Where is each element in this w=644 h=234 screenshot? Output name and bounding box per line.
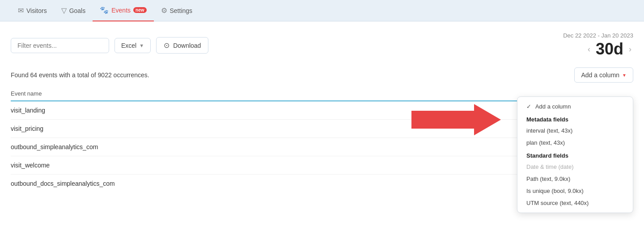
dropdown-plan-item[interactable]: plan (text, 43x) — [517, 137, 633, 149]
nav-events[interactable]: 🐾 Events new — [93, 0, 153, 21]
event-name: outbound_docs_simpleanalytics_com — [11, 180, 115, 187]
events-icon: 🐾 — [100, 6, 109, 14]
download-label: Download — [173, 42, 201, 49]
settings-icon: ⚙ — [161, 6, 167, 15]
checkmark-icon: ✓ — [526, 103, 531, 110]
visitors-icon: ✉ — [18, 6, 24, 15]
event-name: visit_welcome — [11, 162, 50, 169]
dropdown-interval-item[interactable]: interval (text, 43x) — [517, 125, 633, 137]
event-name: visit_landing — [11, 107, 45, 114]
dropdown-section-standard: Standard fields — [517, 149, 633, 161]
period-selector: ‹ 30d › — [563, 40, 633, 58]
excel-caret-icon: ▼ — [139, 43, 144, 48]
date-range-text: Dec 22 2022 - Jan 20 2023 — [563, 32, 633, 39]
download-icon: ⊙ — [164, 41, 169, 50]
goals-icon: ▽ — [61, 6, 67, 15]
filter-input[interactable] — [11, 38, 109, 53]
summary-text: Found 64 events with a total of 9022 occ… — [11, 71, 149, 79]
nav-goals[interactable]: ▽ Goals — [54, 0, 93, 21]
top-navigation: ✉ Visitors ▽ Goals 🐾 Events new ⚙ Settin… — [0, 0, 644, 21]
dropdown-section-metadata: Metadata fields — [517, 113, 633, 125]
dropdown-datetime-item: Date & time (date) — [517, 161, 633, 173]
add-column-dropdown: ✓ Add a column Metadata fields interval … — [517, 96, 633, 213]
main-content: Excel ▼ ⊙ Download Dec 22 2022 - Jan 20 … — [0, 21, 644, 234]
add-column-button[interactable]: Add a column ▼ — [574, 67, 633, 83]
dropdown-add-column-label: Add a column — [535, 103, 571, 110]
excel-button[interactable]: Excel ▼ — [114, 38, 151, 53]
interval-label: interval (text, 43x) — [526, 127, 572, 134]
nav-visitors-label: Visitors — [26, 7, 47, 14]
nav-events-label: Events — [111, 7, 131, 14]
add-column-caret-icon: ▼ — [622, 73, 627, 78]
standard-fields-label: Standard fields — [526, 152, 568, 159]
events-badge: new — [133, 7, 146, 13]
summary-row: Found 64 events with a total of 9022 occ… — [11, 67, 633, 83]
download-button[interactable]: ⊙ Download — [156, 37, 208, 54]
period-label: 30d — [596, 40, 623, 58]
period-next-button[interactable]: › — [627, 45, 633, 54]
event-name-column-header: Event name — [11, 90, 42, 97]
metadata-fields-label: Metadata fields — [526, 116, 568, 123]
dropdown-checked-item[interactable]: ✓ Add a column — [517, 100, 633, 113]
dropdown-path-item[interactable]: Path (text, 9.0kx) — [517, 173, 633, 185]
nav-settings[interactable]: ⚙ Settings — [154, 0, 200, 21]
nav-goals-label: Goals — [69, 7, 86, 14]
excel-label: Excel — [121, 42, 136, 49]
datetime-label: Date & time (date) — [526, 163, 574, 170]
nav-settings-label: Settings — [170, 7, 193, 14]
dropdown-utmsource-item[interactable]: UTM source (text, 440x) — [517, 197, 633, 209]
date-range-area: Dec 22 2022 - Jan 20 2023 ‹ 30d › — [563, 32, 633, 58]
plan-label: plan (text, 43x) — [526, 139, 565, 146]
utmsource-label: UTM source (text, 440x) — [526, 200, 589, 206]
period-prev-button[interactable]: ‹ — [586, 45, 592, 54]
event-name: visit_pricing — [11, 125, 43, 132]
event-name: outbound_simpleanalytics_com — [11, 143, 98, 150]
dropdown-isunique-item[interactable]: Is unique (bool, 9.0kx) — [517, 185, 633, 197]
nav-visitors[interactable]: ✉ Visitors — [11, 0, 54, 21]
isunique-label: Is unique (bool, 9.0kx) — [526, 188, 584, 194]
toolbar: Excel ▼ ⊙ Download Dec 22 2022 - Jan 20 … — [11, 32, 633, 58]
path-label: Path (text, 9.0kx) — [526, 176, 570, 182]
add-column-label: Add a column — [581, 71, 619, 79]
